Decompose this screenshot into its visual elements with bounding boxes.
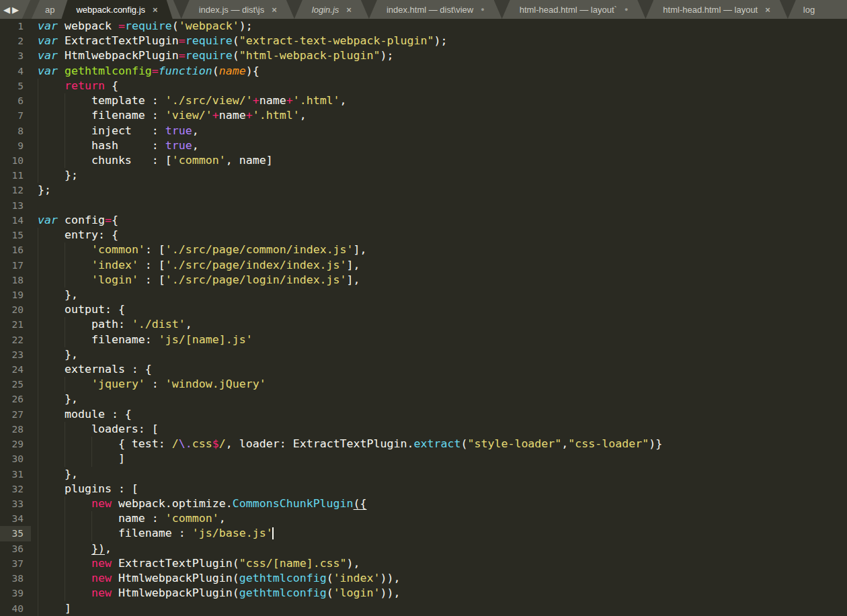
code-line[interactable]: 38 new HtmlwebpackPlugin(gethtmlconfig('… — [0, 571, 847, 586]
line-number: 8 — [0, 124, 31, 138]
code-editor[interactable]: 1var webpack =require('webpack');2var Ex… — [0, 19, 847, 616]
code-line[interactable]: 6 template : './src/view/'+name+'.html', — [0, 93, 847, 108]
tab-index.js-dist-js[interactable]: index.js — dist\js× — [190, 0, 286, 19]
indent-guide — [65, 422, 65, 437]
code-line[interactable]: 4var gethtmlconfig=function(name){ — [0, 64, 847, 79]
tab-label: login.js — [312, 5, 339, 15]
line-number: 20 — [0, 302, 31, 317]
code-line[interactable]: 29 { test: /\.css$/, loader: ExtractText… — [0, 437, 847, 451]
code-line[interactable]: 26 }, — [0, 392, 847, 406]
tab-divider — [286, 0, 302, 19]
code-line[interactable]: 21 path: './dist', — [0, 317, 847, 332]
line-number: 38 — [0, 571, 31, 586]
code-line[interactable]: 5 return { — [0, 79, 847, 93]
indent-guide — [65, 571, 65, 586]
nav-forward-icon[interactable]: ▶ — [12, 5, 19, 15]
code-line[interactable]: 13 — [0, 198, 847, 213]
code-line[interactable]: 18 'login' : ['./src/page/login/index.js… — [0, 273, 847, 288]
indent-guide — [38, 153, 38, 168]
code-line[interactable]: 2var ExtractTextPlugin=require("extract-… — [0, 34, 847, 48]
code-line[interactable]: 9 hash : true, — [0, 138, 847, 153]
code-line[interactable]: 22 filename: 'js/[name].js' — [0, 333, 847, 347]
text-cursor — [272, 527, 274, 539]
code-line[interactable]: 23 }, — [0, 347, 847, 362]
nav-back-icon[interactable]: ◀ — [3, 5, 10, 15]
code-line[interactable]: 33 new webpack.optimize.CommonsChunkPlug… — [0, 496, 847, 511]
tab-log[interactable]: log — [797, 0, 821, 19]
code-line-content: externals : { — [31, 362, 847, 377]
code-line-content: filename : 'js/base.js' — [31, 526, 847, 541]
line-number: 13 — [0, 198, 31, 213]
code-line[interactable]: 35 filename : 'js/base.js' — [0, 526, 847, 541]
indent-guide — [38, 333, 38, 347]
indent-guide — [65, 496, 65, 511]
close-icon[interactable]: × — [764, 5, 770, 14]
line-number: 3 — [0, 48, 31, 63]
code-line[interactable]: 11 }; — [0, 168, 847, 183]
tab-label: html-head.html — layout — [663, 5, 758, 15]
line-number: 29 — [0, 437, 31, 451]
tab-label: index.js — dist\js — [199, 5, 265, 15]
code-line[interactable]: 16 'common': ['./src/page/common/index.j… — [0, 243, 847, 257]
indent-guide — [38, 108, 38, 123]
line-number: 12 — [0, 183, 31, 197]
code-line[interactable]: 3var HtmlwebpackPlugin=require("html-web… — [0, 48, 847, 63]
tab-html-head.html-layout-[interactable]: html-head.html — layout`● — [511, 0, 637, 19]
code-line[interactable]: 37 new ExtractTextPlugin("css/[name].css… — [0, 556, 847, 571]
code-line[interactable]: 30 ] — [0, 451, 847, 466]
code-line-content: filename: 'js/[name].js' — [31, 333, 847, 347]
close-icon[interactable]: × — [151, 5, 158, 14]
indent-guide — [65, 243, 65, 257]
code-line[interactable]: 31 }, — [0, 467, 847, 482]
tab-divider — [780, 0, 796, 19]
code-line[interactable]: 32 plugins : [ — [0, 482, 847, 496]
code-line[interactable]: 19 }, — [0, 288, 847, 302]
code-line[interactable]: 17 'index' : ['./src/page/index/index.js… — [0, 258, 847, 273]
line-number: 28 — [0, 422, 31, 437]
indent-guide — [65, 451, 65, 466]
code-line[interactable]: 28 loaders: [ — [0, 422, 847, 437]
code-line[interactable]: 34 name : 'common', — [0, 511, 847, 526]
dirty-dot-icon[interactable]: ● — [479, 7, 484, 13]
code-line[interactable]: 27 module : { — [0, 407, 847, 422]
code-line[interactable]: 12}; — [0, 183, 847, 197]
code-line-content: entry: { — [31, 228, 847, 243]
code-line[interactable]: 39 new HtmlwebpackPlugin(gethtmlconfig('… — [0, 586, 847, 601]
close-icon[interactable]: × — [345, 5, 352, 14]
line-number: 5 — [0, 79, 31, 93]
tab-index.html-dist-view[interactable]: index.html — dist\view● — [378, 0, 493, 19]
code-line[interactable]: 20 output: { — [0, 302, 847, 317]
code-line-content: }, — [31, 347, 847, 362]
code-line-content: }, — [31, 392, 847, 406]
code-line-content: new ExtractTextPlugin("css/[name].css"), — [31, 556, 847, 571]
indent-guide — [65, 541, 65, 556]
code-line[interactable]: 40 ] — [0, 601, 847, 616]
tab-nav-arrows: ◀ ▶ — [0, 0, 22, 19]
dirty-dot-icon[interactable]: ● — [623, 7, 628, 13]
code-line-content: }, — [31, 288, 847, 302]
code-line[interactable]: 24 externals : { — [0, 362, 847, 377]
tab-webpack.config.js[interactable]: webpack.config.js× — [61, 0, 172, 19]
code-line[interactable]: 36 }), — [0, 541, 847, 556]
indent-guide — [38, 541, 38, 556]
code-line[interactable]: 14var config={ — [0, 213, 847, 228]
tab-ap[interactable]: ap — [38, 0, 61, 19]
code-line[interactable]: 8 inject : true, — [0, 124, 847, 138]
code-line-content: 'common': ['./src/page/common/index.js']… — [31, 243, 847, 257]
code-line[interactable]: 10 chunks : ['common', name] — [0, 153, 847, 168]
code-line-content: { test: /\.css$/, loader: ExtractTextPlu… — [31, 437, 847, 451]
tab-login.js[interactable]: login.js× — [303, 0, 360, 19]
tab-edge-decoration — [22, 0, 40, 19]
indent-guide — [38, 467, 38, 482]
code-line[interactable]: 25 'jquery' : 'window.jQuery' — [0, 377, 847, 392]
code-line[interactable]: 15 entry: { — [0, 228, 847, 243]
line-number: 9 — [0, 138, 31, 153]
tab-html-head.html-layout[interactable]: html-head.html — layout× — [654, 0, 779, 19]
code-line[interactable]: 7 filename : 'view/'+name+'.html', — [0, 108, 847, 123]
code-line-content: return { — [31, 79, 847, 93]
code-line[interactable]: 1var webpack =require('webpack'); — [0, 19, 847, 34]
indent-guide — [38, 317, 38, 332]
code-line-content: chunks : ['common', name] — [31, 153, 847, 168]
close-icon[interactable]: × — [270, 5, 277, 14]
line-number: 33 — [0, 496, 31, 511]
